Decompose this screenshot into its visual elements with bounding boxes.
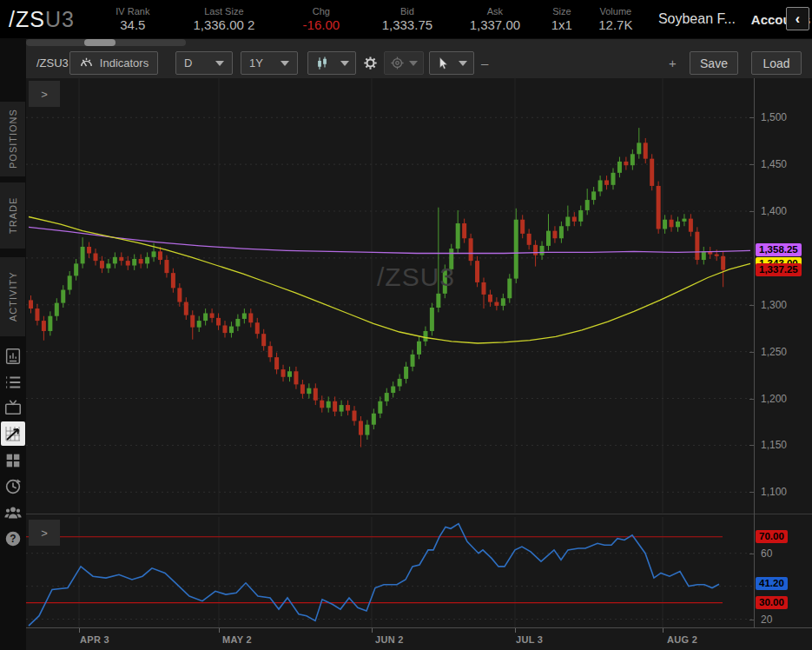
sidebar-tab-trade[interactable]: TRADE (0, 182, 25, 249)
time-tick-mark (219, 628, 220, 633)
left-sidebar: POSITIONS TRADE ACTIVITY (0, 38, 26, 650)
chevron-down-icon (409, 61, 418, 66)
zoom-in-button[interactable]: + (669, 51, 677, 75)
zoom-out-button[interactable]: – (481, 51, 488, 75)
period-dropdown[interactable]: D (175, 51, 233, 75)
price-tick-mark (749, 399, 754, 400)
price-tick-label: 1,250 (761, 347, 787, 358)
range-dropdown[interactable]: 1Y (241, 51, 298, 75)
price-tick-label: 1,400 (761, 206, 787, 217)
quote-bar: /ZSU3 IV Rank 34.5 Last Size 1,336.00 2 … (0, 0, 812, 38)
stat-ask: Ask 1,337.00 (453, 6, 537, 33)
candlestick-icon (314, 56, 330, 71)
symbol-root: /ZS (9, 7, 45, 31)
chevron-down-icon (459, 61, 467, 66)
price-tick-label: 1,200 (761, 394, 787, 405)
indicator-tick-label: 20 (761, 614, 772, 626)
time-axis-label: AUG 2 (667, 634, 697, 645)
time-tick-mark (372, 628, 373, 633)
last-price-badge: 1,337.25 (756, 263, 802, 276)
community-icon[interactable] (3, 502, 23, 523)
price-tick-label: 1,100 (761, 487, 787, 498)
price-chart-plot[interactable] (26, 78, 754, 513)
indicator-tick-mark (749, 620, 754, 620)
indicator-panel-expander[interactable]: > (29, 520, 60, 546)
save-button[interactable]: Save (690, 51, 738, 75)
chart-icon[interactable] (1, 421, 25, 446)
stat-size: Size 1x1 (537, 6, 587, 33)
quote-stats: IV Rank 34.5 Last Size 1,336.00 2 Chg -1… (99, 6, 644, 33)
stat-volume: Volume 12.7K (587, 6, 644, 33)
crosshair-dropdown[interactable] (384, 51, 424, 75)
panel-divider[interactable] (26, 514, 812, 514)
time-tick-mark (663, 628, 663, 633)
price-tick-mark (749, 352, 754, 353)
main-panel-expander[interactable]: > (29, 81, 60, 107)
stat-bid: Bid 1,333.75 (361, 6, 453, 33)
zoom-slider[interactable] (26, 39, 186, 46)
time-tick-mark (515, 628, 516, 633)
symbol-title: /ZSU3 (9, 7, 75, 32)
gear-icon (362, 55, 379, 71)
chart-type-dropdown[interactable] (307, 51, 356, 75)
svg-text:?: ? (10, 533, 16, 545)
price-tick-mark (749, 305, 754, 306)
price-tick-mark (749, 164, 754, 165)
price-axis[interactable]: 1,5001,4501,4001,3001,2501,2001,1501,100… (755, 0, 812, 650)
time-axis-label: MAY 2 (222, 634, 252, 645)
help-icon[interactable]: ? (3, 528, 23, 549)
symbol-suffix: U3 (45, 7, 75, 31)
lower-band-badge: 30.00 (756, 596, 788, 609)
zoom-slider-handle[interactable] (84, 39, 116, 46)
indicator-plot[interactable] (26, 517, 754, 627)
time-axis-label: JUN 2 (375, 634, 404, 645)
chevron-down-icon (215, 61, 224, 66)
indicator-tick-mark (749, 554, 754, 554)
price-tick-mark (749, 211, 754, 212)
grid-icon[interactable] (3, 450, 23, 471)
instrument-description: Soybean F... (658, 11, 736, 27)
list-icon[interactable] (3, 372, 23, 393)
slow-ma-line (29, 227, 750, 253)
price-tick-label: 1,500 (761, 112, 787, 123)
indicator-line (29, 524, 719, 627)
time-axis-label: APR 3 (80, 634, 109, 645)
sidebar-tab-activity[interactable]: ACTIVITY (0, 257, 25, 336)
stat-last-size: Last Size 1,336.00 2 (167, 6, 281, 33)
chart-symbol-label[interactable]: /ZSU3 (36, 51, 69, 75)
stat-iv-rank: IV Rank 34.5 (99, 6, 167, 33)
indicator-value-badge: 41.20 (756, 577, 788, 590)
price-tick-label: 1,450 (761, 159, 787, 170)
price-tick-label: 1,150 (761, 440, 787, 451)
price-tick-mark (749, 445, 754, 446)
time-axis-label: JUL 3 (516, 634, 543, 645)
chart-watermark: /ZSU3 (377, 262, 455, 292)
upper-band-badge: 70.00 (756, 530, 788, 543)
price-tick-mark (749, 117, 754, 118)
tv-icon[interactable] (3, 397, 23, 418)
cursor-arrow-icon (436, 56, 450, 70)
gauge-icon (79, 56, 94, 70)
price-tick-mark (749, 492, 754, 493)
trading-platform-window: /ZSU3 IV Rank 34.5 Last Size 1,336.00 2 … (0, 0, 812, 650)
slow-ma-price-badge: 1,358.25 (756, 243, 802, 256)
chevron-down-icon (340, 61, 349, 66)
sidebar-tab-positions[interactable]: POSITIONS (0, 102, 25, 176)
cursor-tool-dropdown[interactable] (429, 51, 474, 75)
indicator-tick-label: 60 (761, 548, 772, 560)
history-icon[interactable] (3, 476, 23, 497)
time-tick-mark (79, 628, 80, 633)
price-tick-label: 1,300 (761, 300, 787, 311)
time-axis[interactable]: APR 3MAY 2JUN 2JUL 3AUG 2 (26, 628, 812, 650)
ledger-icon[interactable] (3, 346, 23, 367)
chevron-down-icon (281, 61, 289, 66)
chart-toolbar: /ZSU3 Indicators D 1Y (26, 38, 812, 78)
bullseye-icon (390, 56, 405, 70)
stat-change: Chg -16.00 (281, 6, 361, 33)
chart-settings-button[interactable] (360, 51, 380, 75)
indicators-button[interactable]: Indicators (69, 51, 158, 75)
